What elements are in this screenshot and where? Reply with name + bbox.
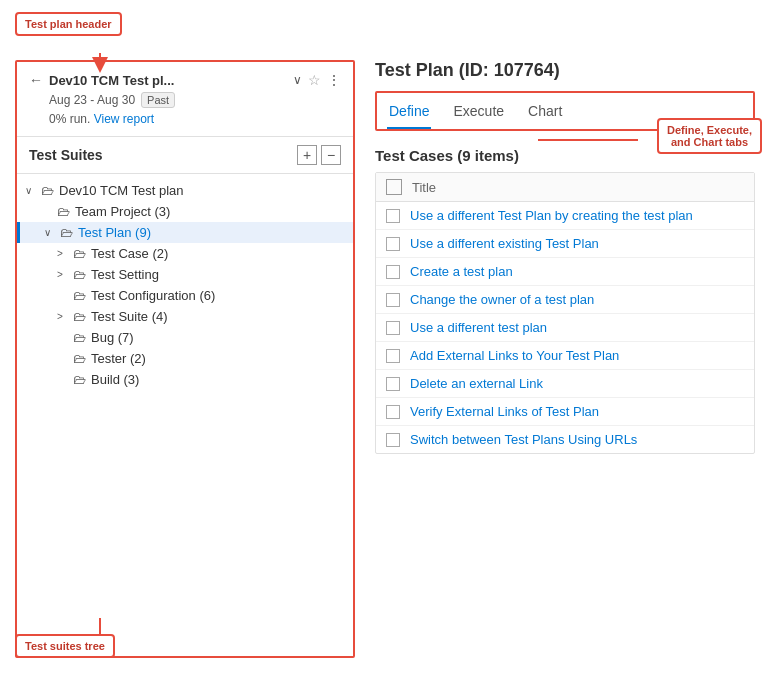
- tree-item[interactable]: 🗁Bug (7): [17, 327, 353, 348]
- folder-icon: 🗁: [41, 183, 54, 198]
- folder-icon: 🗁: [73, 351, 86, 366]
- tree-item[interactable]: >🗁Test Suite (4): [17, 306, 353, 327]
- list-header: Title: [376, 173, 754, 202]
- row-checkbox[interactable]: [386, 265, 400, 279]
- date-range: Aug 23 - Aug 30: [49, 93, 135, 107]
- tree-chevron-icon[interactable]: >: [57, 311, 73, 322]
- tree-item[interactable]: >🗁Test Setting: [17, 264, 353, 285]
- tree-item-label: Dev10 TCM Test plan: [59, 183, 184, 198]
- test-case-title[interactable]: Use a different Test Plan by creating th…: [410, 208, 693, 223]
- test-suites-tree-annotation: Test suites tree: [15, 634, 115, 658]
- tree-item[interactable]: >🗁Test Case (2): [17, 243, 353, 264]
- list-item[interactable]: Add External Links to Your Test Plan: [376, 342, 754, 370]
- tree-item-label: Tester (2): [91, 351, 146, 366]
- tree-container: ∨🗁Dev10 TCM Test plan🗁Team Project (3)∨🗁…: [17, 174, 353, 396]
- list-item[interactable]: Change the owner of a test plan: [376, 286, 754, 314]
- folder-icon: 🗁: [73, 309, 86, 324]
- row-checkbox[interactable]: [386, 405, 400, 419]
- row-checkbox[interactable]: [386, 433, 400, 447]
- list-item[interactable]: Switch between Test Plans Using URLs: [376, 426, 754, 453]
- test-plan-header-section: ← Dev10 TCM Test pl... ∨ ☆ ⋮ Aug 23 - Au…: [17, 62, 353, 137]
- tree-item-label: Test Suite (4): [91, 309, 168, 324]
- test-suites-section: Test Suites + − ∨🗁Dev10 TCM Test plan🗁Te…: [17, 137, 353, 656]
- test-suites-header: Test Suites + −: [17, 137, 353, 174]
- collapse-suite-button[interactable]: −: [321, 145, 341, 165]
- tree-item[interactable]: 🗁Team Project (3): [17, 201, 353, 222]
- test-case-title[interactable]: Change the owner of a test plan: [410, 292, 594, 307]
- main-container: ← Dev10 TCM Test pl... ∨ ☆ ⋮ Aug 23 - Au…: [15, 60, 755, 658]
- tree-item-label: Test Case (2): [91, 246, 168, 261]
- plan-title: Dev10 TCM Test pl...: [49, 73, 287, 88]
- folder-icon: 🗁: [73, 267, 86, 282]
- folder-icon: 🗁: [73, 288, 86, 303]
- list-item[interactable]: Create a test plan: [376, 258, 754, 286]
- tabs-annotation: Define, Execute, and Chart tabs: [657, 118, 762, 154]
- add-suite-button[interactable]: +: [297, 145, 317, 165]
- tree-chevron-icon[interactable]: ∨: [25, 185, 41, 196]
- tab-execute[interactable]: Execute: [451, 99, 506, 129]
- tab-chart[interactable]: Chart: [526, 99, 564, 129]
- tree-item-label: Build (3): [91, 372, 139, 387]
- tree-chevron-icon[interactable]: >: [57, 269, 73, 280]
- folder-icon: 🗁: [73, 246, 86, 261]
- tree-item-label: Test Configuration (6): [91, 288, 215, 303]
- tree-chevron-icon[interactable]: >: [57, 248, 73, 259]
- test-cases-rows: Use a different Test Plan by creating th…: [376, 202, 754, 453]
- folder-icon: 🗁: [73, 372, 86, 387]
- tree-item[interactable]: 🗁Test Configuration (6): [17, 285, 353, 306]
- tree-item-label: Test Plan (9): [78, 225, 151, 240]
- dropdown-icon[interactable]: ∨: [293, 73, 302, 87]
- test-suites-title: Test Suites: [29, 147, 103, 163]
- test-case-title[interactable]: Delete an external Link: [410, 376, 543, 391]
- folder-icon: 🗁: [57, 204, 70, 219]
- back-button[interactable]: ←: [29, 72, 43, 88]
- row-checkbox[interactable]: [386, 237, 400, 251]
- tab-define[interactable]: Define: [387, 99, 431, 129]
- view-report-link[interactable]: View report: [94, 112, 154, 126]
- test-plan-header-annotation: Test plan header: [15, 12, 122, 36]
- row-checkbox[interactable]: [386, 377, 400, 391]
- tree-item-label: Bug (7): [91, 330, 134, 345]
- test-case-title[interactable]: Create a test plan: [410, 264, 513, 279]
- row-checkbox[interactable]: [386, 293, 400, 307]
- folder-icon: 🗁: [73, 330, 86, 345]
- tree-item[interactable]: ∨🗁Dev10 TCM Test plan: [17, 180, 353, 201]
- folder-icon: 🗁: [60, 225, 73, 240]
- tree-item-label: Test Setting: [91, 267, 159, 282]
- row-checkbox[interactable]: [386, 209, 400, 223]
- list-item[interactable]: Use a different test plan: [376, 314, 754, 342]
- test-case-title[interactable]: Use a different test plan: [410, 320, 547, 335]
- title-column-header: Title: [412, 180, 436, 195]
- list-item[interactable]: Use a different existing Test Plan: [376, 230, 754, 258]
- test-case-title[interactable]: Use a different existing Test Plan: [410, 236, 599, 251]
- star-icon[interactable]: ☆: [308, 72, 321, 88]
- row-checkbox[interactable]: [386, 321, 400, 335]
- left-panel: ← Dev10 TCM Test pl... ∨ ☆ ⋮ Aug 23 - Au…: [15, 60, 355, 658]
- suite-actions: + −: [297, 145, 341, 165]
- list-item[interactable]: Use a different Test Plan by creating th…: [376, 202, 754, 230]
- test-cases-list: Title Use a different Test Plan by creat…: [375, 172, 755, 454]
- past-badge: Past: [141, 92, 175, 108]
- tree-item-label: Team Project (3): [75, 204, 170, 219]
- tree-item[interactable]: 🗁Tester (2): [17, 348, 353, 369]
- list-item[interactable]: Verify External Links of Test Plan: [376, 398, 754, 426]
- run-percent: 0% run.: [49, 112, 90, 126]
- list-item[interactable]: Delete an external Link: [376, 370, 754, 398]
- test-case-title[interactable]: Add External Links to Your Test Plan: [410, 348, 619, 363]
- row-checkbox[interactable]: [386, 349, 400, 363]
- header-checkbox[interactable]: [386, 179, 402, 195]
- more-options-icon[interactable]: ⋮: [327, 72, 341, 88]
- tree-item[interactable]: ∨🗁Test Plan (9): [17, 222, 353, 243]
- tree-item[interactable]: 🗁Build (3): [17, 369, 353, 390]
- tree-chevron-icon[interactable]: ∨: [44, 227, 60, 238]
- test-plan-page-title: Test Plan (ID: 107764): [375, 60, 755, 81]
- test-case-title[interactable]: Verify External Links of Test Plan: [410, 404, 599, 419]
- test-case-title[interactable]: Switch between Test Plans Using URLs: [410, 432, 637, 447]
